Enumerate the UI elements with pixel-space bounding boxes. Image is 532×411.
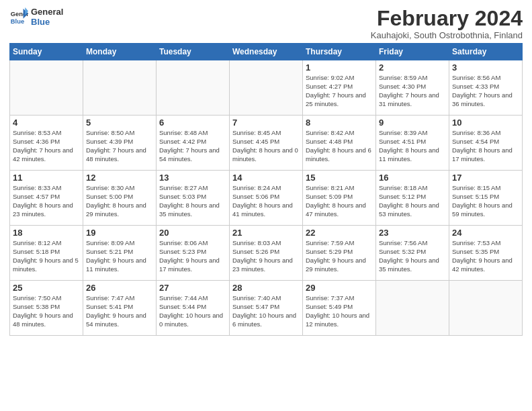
calendar-cell: 15Sunrise: 8:21 AM Sunset: 5:09 PM Dayli… [303,171,376,226]
day-number: 15 [306,173,373,183]
day-number: 12 [86,173,153,183]
day-info: Sunrise: 8:33 AM Sunset: 4:57 PM Dayligh… [13,184,80,218]
col-header-tuesday: Tuesday [157,44,230,60]
day-info: Sunrise: 8:24 AM Sunset: 5:06 PM Dayligh… [232,184,300,218]
calendar-cell: 19Sunrise: 8:09 AM Sunset: 5:21 PM Dayli… [83,226,157,281]
calendar-cell: 7Sunrise: 8:45 AM Sunset: 4:45 PM Daylig… [230,116,303,171]
calendar-cell: 16Sunrise: 8:18 AM Sunset: 5:12 PM Dayli… [376,171,449,226]
calendar-cell [376,281,449,336]
logo-text: General Blue [31,7,63,27]
day-info: Sunrise: 7:56 AM Sunset: 5:32 PM Dayligh… [379,239,446,273]
calendar-week-1: 1Sunrise: 9:02 AM Sunset: 4:27 PM Daylig… [10,60,523,116]
calendar-week-2: 4Sunrise: 8:53 AM Sunset: 4:36 PM Daylig… [10,116,523,171]
calendar-cell: 14Sunrise: 8:24 AM Sunset: 5:06 PM Dayli… [230,171,303,226]
calendar-cell [157,60,230,116]
day-number: 22 [306,228,373,238]
calendar-cell: 11Sunrise: 8:33 AM Sunset: 4:57 PM Dayli… [10,171,83,226]
day-info: Sunrise: 8:42 AM Sunset: 4:48 PM Dayligh… [306,129,373,163]
day-number: 7 [232,118,300,128]
location: Kauhajoki, South Ostrobothnia, Finland [371,30,523,40]
day-number: 18 [13,228,80,238]
day-info: Sunrise: 8:18 AM Sunset: 5:12 PM Dayligh… [379,184,446,218]
day-info: Sunrise: 8:09 AM Sunset: 5:21 PM Dayligh… [86,239,153,273]
col-header-sunday: Sunday [10,44,83,60]
day-number: 9 [379,118,446,128]
calendar-cell: 25Sunrise: 7:50 AM Sunset: 5:38 PM Dayli… [10,281,83,336]
day-number: 16 [379,173,446,183]
calendar-cell: 22Sunrise: 7:59 AM Sunset: 5:29 PM Dayli… [303,226,376,281]
day-number: 5 [86,118,153,128]
day-number: 29 [306,283,373,293]
day-number: 8 [306,118,373,128]
day-info: Sunrise: 8:48 AM Sunset: 4:42 PM Dayligh… [159,129,226,163]
logo-icon: General Blue [9,7,28,26]
calendar-cell: 9Sunrise: 8:39 AM Sunset: 4:51 PM Daylig… [376,116,449,171]
calendar-cell: 21Sunrise: 8:03 AM Sunset: 5:26 PM Dayli… [230,226,303,281]
calendar-cell: 20Sunrise: 8:06 AM Sunset: 5:23 PM Dayli… [157,226,230,281]
calendar-cell: 2Sunrise: 8:59 AM Sunset: 4:30 PM Daylig… [376,60,449,116]
day-number: 3 [452,62,519,73]
day-number: 10 [452,118,519,128]
day-info: Sunrise: 8:27 AM Sunset: 5:03 PM Dayligh… [159,184,226,218]
header: General Blue General Blue February 2024 … [9,7,523,40]
calendar-cell: 5Sunrise: 8:50 AM Sunset: 4:39 PM Daylig… [83,116,157,171]
day-info: Sunrise: 8:30 AM Sunset: 5:00 PM Dayligh… [86,184,153,218]
calendar-cell [10,60,83,116]
title-block: February 2024 Kauhajoki, South Ostroboth… [371,7,523,40]
day-number: 26 [86,283,153,293]
calendar-cell: 8Sunrise: 8:42 AM Sunset: 4:48 PM Daylig… [303,116,376,171]
logo: General Blue General Blue [9,7,63,27]
calendar-cell: 23Sunrise: 7:56 AM Sunset: 5:32 PM Dayli… [376,226,449,281]
day-number: 23 [379,228,446,238]
calendar-cell: 18Sunrise: 8:12 AM Sunset: 5:18 PM Dayli… [10,226,83,281]
day-number: 6 [159,118,226,128]
day-info: Sunrise: 8:45 AM Sunset: 4:45 PM Dayligh… [232,129,300,163]
day-info: Sunrise: 8:12 AM Sunset: 5:18 PM Dayligh… [13,239,80,273]
day-info: Sunrise: 8:21 AM Sunset: 5:09 PM Dayligh… [306,184,373,218]
day-info: Sunrise: 7:53 AM Sunset: 5:35 PM Dayligh… [452,239,519,273]
day-info: Sunrise: 7:50 AM Sunset: 5:38 PM Dayligh… [13,294,80,328]
col-header-friday: Friday [376,44,449,60]
calendar-cell [449,281,523,336]
calendar-cell: 4Sunrise: 8:53 AM Sunset: 4:36 PM Daylig… [10,116,83,171]
col-header-thursday: Thursday [303,44,376,60]
day-info: Sunrise: 8:03 AM Sunset: 5:26 PM Dayligh… [232,239,300,273]
day-info: Sunrise: 7:40 AM Sunset: 5:47 PM Dayligh… [232,294,300,328]
col-header-wednesday: Wednesday [230,44,303,60]
day-info: Sunrise: 8:56 AM Sunset: 4:33 PM Dayligh… [452,74,519,108]
day-info: Sunrise: 8:50 AM Sunset: 4:39 PM Dayligh… [86,129,153,163]
calendar-cell: 26Sunrise: 7:47 AM Sunset: 5:41 PM Dayli… [83,281,157,336]
day-number: 2 [379,62,446,73]
calendar-cell: 10Sunrise: 8:36 AM Sunset: 4:54 PM Dayli… [449,116,523,171]
day-number: 14 [232,173,300,183]
day-info: Sunrise: 8:06 AM Sunset: 5:23 PM Dayligh… [159,239,226,273]
col-header-monday: Monday [83,44,157,60]
day-info: Sunrise: 7:44 AM Sunset: 5:44 PM Dayligh… [159,294,226,328]
calendar-cell: 3Sunrise: 8:56 AM Sunset: 4:33 PM Daylig… [449,60,523,116]
day-info: Sunrise: 8:39 AM Sunset: 4:51 PM Dayligh… [379,129,446,163]
day-number: 19 [86,228,153,238]
calendar-cell: 13Sunrise: 8:27 AM Sunset: 5:03 PM Dayli… [157,171,230,226]
calendar-week-4: 18Sunrise: 8:12 AM Sunset: 5:18 PM Dayli… [10,226,523,281]
calendar-cell: 1Sunrise: 9:02 AM Sunset: 4:27 PM Daylig… [303,60,376,116]
day-number: 27 [159,283,226,293]
calendar-cell [230,60,303,116]
calendar-cell [83,60,157,116]
calendar-cell: 28Sunrise: 7:40 AM Sunset: 5:47 PM Dayli… [230,281,303,336]
day-number: 24 [452,228,519,238]
day-number: 17 [452,173,519,183]
calendar-cell: 17Sunrise: 8:15 AM Sunset: 5:15 PM Dayli… [449,171,523,226]
day-info: Sunrise: 9:02 AM Sunset: 4:27 PM Dayligh… [306,74,373,108]
calendar-cell: 24Sunrise: 7:53 AM Sunset: 5:35 PM Dayli… [449,226,523,281]
day-info: Sunrise: 7:59 AM Sunset: 5:29 PM Dayligh… [306,239,373,273]
calendar-cell: 6Sunrise: 8:48 AM Sunset: 4:42 PM Daylig… [157,116,230,171]
day-info: Sunrise: 7:37 AM Sunset: 5:49 PM Dayligh… [306,294,373,328]
svg-text:Blue: Blue [11,18,24,25]
day-number: 25 [13,283,80,293]
day-info: Sunrise: 8:36 AM Sunset: 4:54 PM Dayligh… [452,129,519,163]
calendar-week-5: 25Sunrise: 7:50 AM Sunset: 5:38 PM Dayli… [10,281,523,336]
day-number: 11 [13,173,80,183]
calendar-header-row: SundayMondayTuesdayWednesdayThursdayFrid… [10,44,523,60]
calendar-cell: 27Sunrise: 7:44 AM Sunset: 5:44 PM Dayli… [157,281,230,336]
page-container: General Blue General Blue February 2024 … [0,0,532,342]
